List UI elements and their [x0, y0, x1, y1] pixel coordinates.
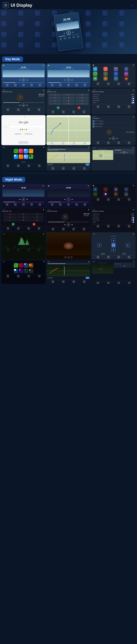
bi-2-4[interactable] — [75, 84, 78, 86]
night-cp-music[interactable]: ♪ — [19, 263, 23, 268]
night-keypad[interactable]: 1 2 3 4 5 6 7 8 9 — [2, 212, 45, 222]
nbi-2-2[interactable] — [59, 203, 62, 206]
key-9[interactable]: 9 — [76, 100, 89, 102]
wave-bi-4[interactable] — [38, 248, 40, 251]
social-play[interactable]: ▶ — [112, 137, 115, 140]
night-cp-extra-3[interactable]: ★ — [29, 269, 33, 273]
night-bia-2[interactable] — [107, 198, 110, 201]
night-np-play[interactable]: ▶ — [123, 265, 126, 267]
night-cp-maps[interactable]: 🗺 — [24, 263, 28, 268]
social-prev[interactable]: ⏮ — [109, 138, 110, 139]
food-ctrl-2[interactable] — [68, 256, 70, 258]
night-nbi-2[interactable] — [62, 280, 64, 283]
bia-3[interactable] — [118, 82, 120, 85]
bibts-2[interactable] — [107, 106, 110, 108]
nbi-3[interactable] — [72, 167, 75, 170]
night-npbi-1[interactable] — [96, 282, 99, 284]
key-5[interactable]: 5 — [62, 96, 75, 99]
night-btc-1[interactable] — [7, 227, 9, 230]
night-cp-podcast[interactable]: 📻 — [29, 263, 33, 268]
map-icon-3[interactable] — [73, 142, 75, 144]
gbi-3[interactable] — [24, 141, 26, 144]
app-media[interactable]: ▶ — [104, 76, 108, 80]
music-item-2[interactable]: 华乐_02_前奏.mp3 — [92, 122, 134, 125]
app-phone[interactable]: 📞 — [93, 72, 97, 76]
road-fn-1[interactable]: Zoom+ — [100, 253, 105, 255]
bt-prev[interactable]: ⏮ — [19, 104, 20, 106]
wave-bi-2[interactable] — [17, 248, 20, 251]
night-bia-3[interactable] — [118, 198, 120, 201]
night-key-2[interactable]: 2 — [17, 213, 30, 216]
nbi-2-5[interactable] — [84, 203, 86, 206]
next-btn-2[interactable]: ⏭ — [72, 79, 73, 81]
bibtc-3[interactable] — [72, 111, 75, 113]
nbi-2-4[interactable] — [75, 203, 78, 206]
night-bt-music-back[interactable]: ✕ — [89, 211, 90, 212]
keypad[interactable]: 1 2 3 4 5 6 7 8 9 * 0 # — [47, 93, 90, 106]
bi-5[interactable] — [38, 84, 41, 86]
np-prev[interactable]: ⏮ — [120, 152, 122, 153]
night-npbi-3[interactable] — [118, 282, 120, 284]
night-bt-settings-back[interactable]: ✕ — [134, 211, 135, 212]
hamburger-icon[interactable] — [3, 2, 9, 8]
key-4[interactable]: 4 — [48, 96, 62, 99]
google-lucky-btn[interactable]: I'm Feeling Lucky — [24, 133, 33, 135]
bibts-3[interactable] — [118, 106, 120, 108]
nbi-1[interactable] — [52, 167, 54, 170]
gbi-4[interactable] — [26, 141, 28, 144]
night-bt-prev[interactable]: ⏮ — [64, 224, 66, 226]
app-music[interactable]: ♪ — [104, 67, 108, 71]
map-icon-1[interactable] — [51, 142, 53, 144]
night-cpbi-2[interactable] — [17, 275, 20, 278]
hero-play-button[interactable]: ▶ — [66, 30, 71, 35]
night-np-controls[interactable]: ⏮ ▶ ⏭ — [115, 265, 134, 267]
night-call-actions[interactable]: 📞 ✕ — [2, 222, 45, 226]
night-power-toggle[interactable] — [132, 222, 134, 223]
night-player-controls-2[interactable]: ⏮ ⏸ ⏭ — [48, 197, 90, 202]
map-icon-4[interactable] — [84, 142, 86, 144]
nbi-1-5[interactable] — [38, 203, 41, 206]
hero-next-icon[interactable]: ⏭ — [72, 31, 74, 33]
arrow-down[interactable]: ▼ — [112, 248, 116, 252]
night-bia-4[interactable] — [128, 198, 130, 201]
power-toggle[interactable] — [132, 102, 134, 103]
night-btc-3[interactable] — [28, 227, 30, 230]
app-radio[interactable]: 📻 — [124, 76, 128, 80]
auto-answer-toggle[interactable] — [132, 98, 134, 99]
night-app-bt[interactable]: ₿ — [124, 187, 128, 192]
carplay-maps[interactable]: 🗺 — [24, 149, 28, 153]
bia-2[interactable] — [107, 82, 110, 85]
arrow-ok[interactable]: OK — [112, 243, 116, 247]
call-btn[interactable]: 📞 — [57, 106, 60, 109]
night-key-9[interactable]: 9 — [30, 219, 44, 222]
night-bt-controls[interactable]: ⏮ ▶ ⏭ — [47, 222, 90, 227]
night-prev-2[interactable]: ⏮ — [64, 198, 66, 200]
night-bts-3[interactable] — [118, 225, 120, 228]
night-nbi-4[interactable] — [83, 280, 86, 283]
nbi-4[interactable] — [83, 167, 86, 170]
bt-next[interactable]: ⏭ — [26, 104, 28, 106]
play-btn-1[interactable]: ▶ — [22, 78, 25, 82]
next-btn-1[interactable]: ⏭ — [26, 79, 28, 81]
night-key-8[interactable]: 8 — [17, 219, 30, 222]
play-btn-2[interactable]: ⏸ — [67, 78, 70, 82]
night-next-2[interactable]: ⏭ — [72, 198, 73, 200]
night-auto-connect-toggle[interactable] — [132, 219, 134, 221]
night-auto-answer-toggle[interactable] — [132, 217, 134, 219]
night-call-btn[interactable]: 📞 — [12, 223, 14, 226]
np-next[interactable]: ⏭ — [126, 152, 128, 153]
night-key-5[interactable]: 5 — [17, 216, 30, 218]
night-app-phone[interactable]: 📞 — [93, 192, 97, 196]
night-np-next[interactable]: ⏭ — [127, 265, 128, 267]
nbi-1-2[interactable] — [14, 203, 17, 206]
bibts-4[interactable] — [128, 106, 130, 108]
night-nbi-1[interactable] — [52, 280, 54, 283]
nbi-2-1[interactable] — [51, 203, 54, 206]
night-bt-next[interactable]: ⏭ — [72, 224, 73, 226]
food-ctrl-3[interactable] — [70, 256, 72, 258]
carplay-podcast[interactable]: 📻 — [29, 149, 33, 153]
night-btc-4[interactable] — [38, 227, 40, 230]
bis-4[interactable] — [128, 142, 130, 144]
go-button[interactable]: GO — [86, 164, 90, 166]
auto-connect-toggle[interactable] — [132, 100, 134, 101]
